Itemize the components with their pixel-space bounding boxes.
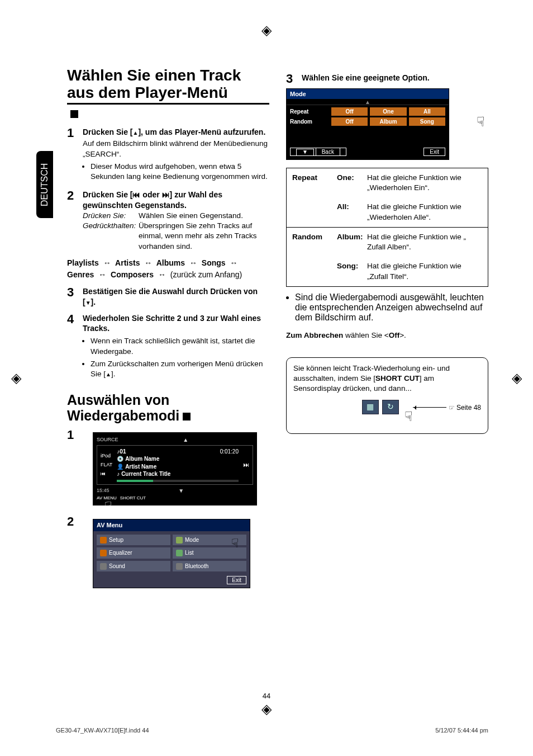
def-key-1: Drücken Sie [83,211,124,220]
gear-icon [100,537,107,544]
print-footer: GE30-47_KW-AVX710[E]f.indd 44 5/12/07 5:… [56,727,488,734]
heading-text: Wählen Sie einen Track aus dem Player-Me… [67,67,241,101]
random-album-button[interactable]: Album [370,117,406,126]
chain-item: Artists [115,258,140,267]
step-number: 2 [67,516,77,593]
def-val-1: Wählen Sie einen Gegenstand. [139,211,269,221]
registration-mark-icon: ◈ [11,370,21,386]
step4-bullet-2: Zum Zurückschalten zum vorherigen Menü d… [91,359,269,379]
mode-screenshot: Mode Repeat Off One All Random [286,88,449,160]
mode-note-bullet: Sind die Wiedergabemodi ausgewählt, leuc… [295,292,488,323]
step2-text-a: Drücken Sie [ [83,190,132,199]
label-ipod: iPod [101,452,112,459]
up-triangle-icon [106,370,111,378]
down-triangle-icon [178,487,184,495]
table-cell: Hat die gleiche Funktion wie „Wiederhole… [367,197,488,226]
language-tab: DEUTSCH [36,151,53,218]
chain-tail: (zurück zum Anfang) [170,270,242,279]
table-cell: Hat die gleiche Funktion wie „Zufall Tit… [367,257,488,286]
repeat-label: Repeat [290,107,329,116]
chain-item: Albums [156,258,185,267]
double-arrow-icon: ↔ [98,270,106,279]
table-cell: Album [337,233,360,241]
step-number: 1 [67,429,77,510]
chain-item: Songs [202,258,226,267]
label-source: SOURCE [97,436,118,444]
step3-right-lead: Wählen Sie eine geeignete Option. [302,73,430,82]
double-arrow-icon: ↔ [158,270,166,279]
random-song-button[interactable]: Song [409,117,445,126]
equalizer-icon [100,550,107,556]
prev-track-icon: ⏮ [101,470,112,477]
menu-equalizer[interactable]: Equalizer [97,547,170,559]
next-track-icon: ⏭ [243,461,249,469]
album-name: Album Name [125,456,159,462]
sensor-grid-icon[interactable]: ▦ [362,400,379,414]
repeat-one-button[interactable]: One [370,107,406,116]
step4-bullet-1: Wenn ein Track schließlich gewählt ist, … [91,336,269,356]
mode-step-1: 1 SOURCE iPod FLAT ⏮ [67,429,269,510]
footer-file: GE30-47_KW-AVX710[E]f.indd 44 [56,727,149,734]
back-button[interactable]: Back [290,148,346,156]
mode-title: Mode [287,89,449,99]
step3-text-b: ]. [91,297,96,306]
step-number: 1 [67,127,77,184]
right-column: 3 Wählen Sie eine geeignete Option. Mode… [286,67,488,595]
step2-text-b: oder [140,190,161,199]
clock-time: 15:45 [97,487,110,495]
menu-sound[interactable]: Sound [97,561,170,572]
def-key-2: Gedrückthalten [83,221,134,230]
section-heading-2: Auswählen von Wiedergabemodi [67,393,269,423]
track-number: 01 [120,448,126,455]
step1-text-b: ], um das Player-Menü aufzurufen. [138,127,265,136]
chain-item: Playlists [67,258,99,267]
menu-setup[interactable]: Setup [97,535,170,546]
step1-bullet: Dieser Modus wird aufgehoben, wenn etwa … [91,162,269,182]
repeat-all-button[interactable]: All [409,107,445,116]
footer-date: 5/12/07 5:44:44 pm [435,727,488,734]
down-triangle-icon [296,149,314,156]
page-number: 44 [263,692,270,700]
sensor-repeat-icon[interactable]: ↻ [382,400,399,414]
cancel-note: Zum Abbrechen wählen Sie <Off>. [286,330,488,341]
exit-button[interactable]: Exit [227,576,246,584]
sound-icon [100,563,107,570]
def-val-2: Überspringen Sie zehn Tracks auf einmal,… [139,221,269,252]
prev-track-icon: ⏮ [132,190,140,199]
bluetooth-icon [176,563,183,570]
: ▦ ↻ [362,400,399,414]
elapsed-time: 0:01:20 [220,448,239,456]
step-4: 4 Wiederholen Sie Schritte 2 und 3 zur W… [67,313,269,382]
step3-text-a: Bestätigen Sie die Auswahl durch Drücken… [83,287,258,306]
page: ◈ ◈ ◈ DEUTSCH Wählen Sie einen Track aus… [0,0,533,756]
registration-mark-icon: ◈ [261,22,272,38]
step-number: 3 [286,73,296,85]
double-arrow-icon: ↔ [103,258,111,267]
artist-name: Artist Name [125,464,156,470]
next-track-icon: ⏭ [162,190,170,199]
up-triangle-icon [365,99,370,105]
shortcut-button[interactable]: SHORT CUT [120,495,146,502]
exit-button[interactable]: Exit [423,148,445,156]
tap-hand-icon: ☟ [404,408,413,426]
shortcut-callout: Sie können leicht Track-Wiederholung ein… [286,357,488,434]
av-menu-title: AV Menu [93,519,250,531]
step-3: 3 Bestätigen Sie die Auswahl durch Drück… [67,286,269,308]
random-off-button[interactable]: Off [331,117,368,126]
registration-mark-icon: ◈ [512,370,522,386]
chain-item: Genres [67,270,94,279]
label-flat: FLAT [101,461,112,468]
mode-step-3: 3 Wählen Sie eine geeignete Option. [286,73,488,85]
step-2: 2 Drücken Sie [⏮ oder ⏭] zur Wahl des ge… [67,190,269,252]
left-column: Wählen Sie einen Track aus dem Player-Me… [67,67,269,595]
category-chain: Playlists ↔ Artists ↔ Albums ↔ Songs ↔ G… [67,257,269,281]
table-random-label: Random [287,228,337,286]
menu-bluetooth[interactable]: Bluetooth [173,561,246,572]
table-cell: One [337,173,351,182]
double-arrow-icon: ↔ [230,258,238,267]
table-repeat-label: Repeat [287,168,337,227]
ipod-player-screenshot: SOURCE iPod FLAT ⏮ ♪01 [93,432,257,505]
arrow-line-icon [413,407,446,408]
down-triangle-icon [85,297,91,306]
repeat-off-button[interactable]: Off [331,107,368,116]
